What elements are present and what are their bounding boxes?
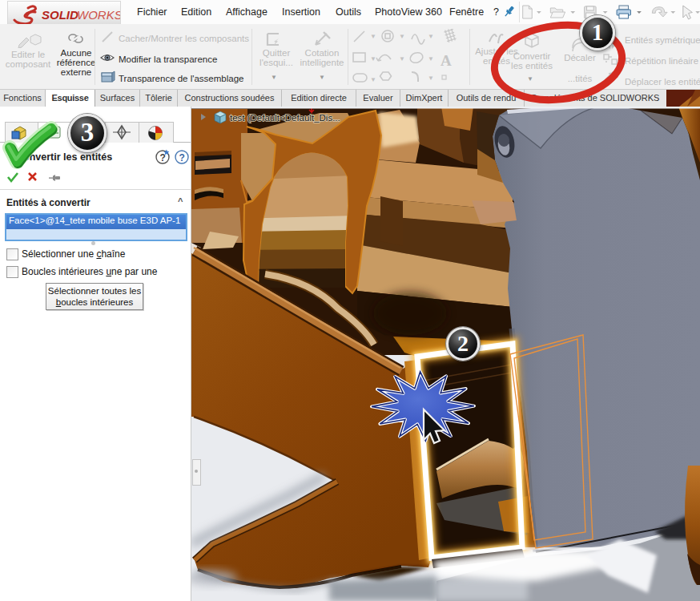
svg-text:▼: ▼	[370, 55, 376, 63]
svg-text:▼: ▼	[370, 76, 376, 83]
svg-text:A: A	[441, 52, 452, 69]
svg-text:test (Default<Default_Dis...: test (Default<Default_Dis...	[230, 113, 340, 123]
svg-text:?: ?	[160, 152, 166, 163]
svg-text:▼: ▼	[428, 55, 434, 63]
svg-text:SOLID: SOLID	[42, 8, 78, 22]
svg-text:?: ?	[179, 152, 185, 163]
svg-text:▼: ▼	[370, 33, 376, 40]
svg-text:▼: ▼	[428, 33, 434, 40]
svg-text:▼: ▼	[428, 75, 434, 82]
svg-text:WORKS: WORKS	[77, 8, 120, 22]
svg-text:▼: ▼	[399, 33, 405, 40]
svg-text:▼: ▼	[399, 55, 405, 63]
